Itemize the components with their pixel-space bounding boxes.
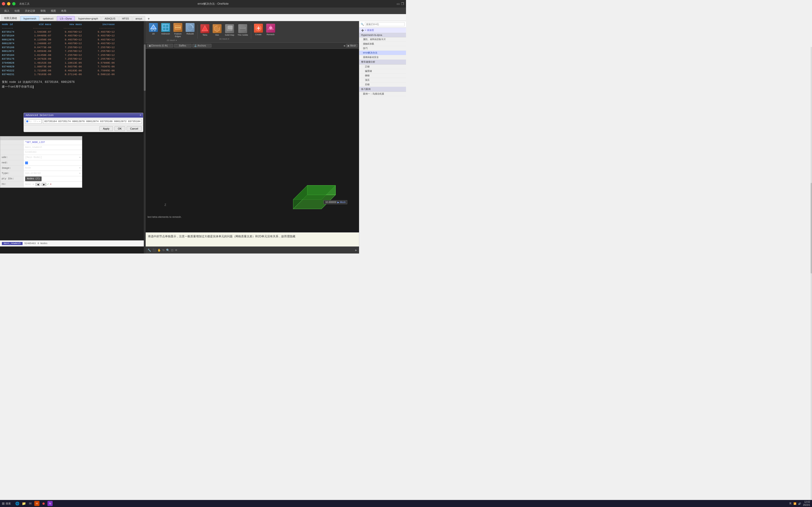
nav-item-roof[interactable]: 顶压	[359, 78, 406, 82]
window-restore-icon[interactable]: ❐	[401, 2, 404, 6]
ribbon-tab-insert[interactable]: 插入	[2, 8, 12, 14]
nav-item-offset[interactable]: 偏置碰	[359, 69, 406, 73]
baffles-more-icon[interactable]: ⋯	[187, 44, 190, 47]
3d-mesh-label[interactable]: 3D Mesh ▾	[219, 38, 230, 40]
ribbon-tab-layout[interactable]: 布局	[59, 8, 68, 14]
viewport[interactable]: Z 10.000000 ▶ Mesh lect tetra elements t…	[146, 49, 359, 232]
by-id-select[interactable]: By ID ▾ ⋯	[25, 119, 42, 124]
nav-tab-ansys[interactable]: ansys	[133, 16, 145, 21]
props-confirm-icon[interactable]: ✓	[47, 182, 49, 187]
scrollbar-left[interactable]	[144, 21, 146, 253]
tetra-svg	[201, 25, 209, 33]
ribbon-tab-review[interactable]: 审阅	[38, 8, 48, 14]
fit-icon[interactable]: ⊡	[171, 248, 173, 252]
tool-thin-solids[interactable]: Thin Solids	[236, 23, 250, 37]
nav-item-tips[interactable]: 技巧	[359, 46, 406, 51]
ribbon-tab-draw[interactable]: 绘图	[12, 8, 22, 14]
options-icon[interactable]: ⋯	[39, 120, 40, 123]
cancel-button[interactable]: Cancel	[126, 126, 142, 131]
props-close-icon[interactable]: ×	[79, 137, 81, 139]
tool-tetra[interactable]: Tetra	[199, 23, 211, 37]
tool-remesh[interactable]: Remesh	[265, 23, 276, 37]
main-layout: node id old mass new mass increase -----…	[0, 21, 406, 253]
nav-item-side[interactable]: 侧碰	[359, 73, 406, 78]
create-svg	[255, 24, 262, 32]
remesh-hint: lect tetra elements to remesh.	[148, 216, 182, 218]
props-next-btn[interactable]: ▶	[42, 183, 46, 186]
tool-feature-edges[interactable]: Feature Edges	[172, 22, 184, 39]
anchors-icon: ⚓	[194, 44, 197, 47]
add-tab-button[interactable]: +	[146, 17, 152, 21]
prop-row-keyword: *SET_NODE_LIST	[0, 140, 82, 145]
nav-item-frontal[interactable]: 正碰	[359, 64, 406, 69]
nav-item-properties[interactable]: 属性、材料&控制卡片	[359, 37, 406, 42]
nav-item-rear[interactable]: 后碰	[359, 82, 406, 87]
tool-rebuild[interactable]: Rebuild	[184, 22, 196, 39]
select-color-icon	[26, 120, 28, 122]
add-page-button[interactable]: ➕ + 添加页	[359, 28, 406, 33]
dropdown-icon[interactable]: ▾	[80, 166, 81, 170]
select-icon[interactable]: ⬛	[152, 248, 156, 252]
elements-button[interactable]: ▣ Elements (6.4k) ⋯	[147, 44, 173, 47]
nav-tab-lsdyna[interactable]: LS—Dyna	[57, 16, 75, 21]
minimize-button[interactable]	[7, 2, 10, 5]
zoom-icon[interactable]: 🔍	[166, 248, 170, 252]
nodes-badge[interactable]: Nodes (7)	[25, 176, 42, 181]
tools-icon[interactable]: 🔧	[148, 248, 151, 252]
section-header-hypermesh[interactable]: Hypermesh+ls-dyna	[359, 33, 406, 37]
tool-solid-map[interactable]: Solid Map	[223, 23, 236, 37]
pan-icon[interactable]: ✋	[157, 248, 161, 252]
rotate-icon[interactable]: ↻	[162, 248, 165, 252]
apply-button[interactable]: Apply	[99, 126, 113, 131]
mesh-button[interactable]: ▶ Mesh	[346, 44, 358, 47]
id-input[interactable]	[43, 119, 142, 124]
tool-midmesh[interactable]: Midmesh	[160, 22, 171, 39]
section-header-exercise[interactable]: 练习案例	[359, 87, 406, 92]
dialog-close-icon[interactable]: ×	[140, 114, 141, 117]
cursor	[33, 86, 33, 89]
nav-tab-hypermesh[interactable]: hypermesh	[20, 16, 39, 21]
nav-tab-abaqus[interactable]: ABAQUS	[101, 16, 118, 21]
ribbon-tab-history[interactable]: 历史记录	[22, 8, 38, 14]
anchors-more-icon[interactable]: ⋯	[207, 44, 210, 47]
ok-button[interactable]: OK	[114, 126, 125, 131]
nav-item-seat[interactable]: 座椅&板动安全	[359, 55, 406, 60]
nav-item-error[interactable]: error解决办法	[359, 51, 406, 55]
dropdown-arrow-icon: ▾	[37, 120, 39, 123]
nav-tab-hfss[interactable]: HFSS	[119, 16, 132, 21]
nav-item-case1[interactable]: 案例一：鸟撞击机翼	[359, 92, 406, 96]
ribbon-tab-view[interactable]: 视图	[48, 8, 58, 14]
view-icon[interactable]: 👁	[175, 248, 177, 252]
2d-mesh-label[interactable]: 2D Mesh ▾	[166, 39, 177, 42]
props-reject-icon[interactable]: ✕	[50, 182, 51, 187]
props-prev-btn[interactable]: ◀	[36, 183, 40, 186]
2d-tools-row: 2D Midmesh	[148, 22, 196, 39]
section-header-crash[interactable]: 整车碰撞分析	[359, 60, 406, 64]
tool-create[interactable]: Create	[253, 23, 264, 37]
baffles-button[interactable]: ⬛ Baffles ⋯	[174, 44, 192, 47]
tool-rebuild-label: Rebuild	[187, 33, 194, 35]
maximize-button[interactable]	[12, 2, 15, 5]
dropdown-icon[interactable]: ▾	[80, 156, 81, 159]
tool-2d[interactable]: 2D	[148, 22, 159, 39]
solid-map-icon	[225, 24, 234, 33]
checkbox-ned[interactable]	[25, 162, 28, 164]
svg-marker-0	[151, 25, 156, 29]
tool-feature-label: Feature Edges	[174, 33, 182, 38]
nav-prev-icon[interactable]: ◀	[343, 44, 345, 47]
elements-more-icon[interactable]: ⋯	[168, 44, 171, 47]
anchors-button[interactable]: ⚓ Anchors ⋯	[192, 44, 211, 47]
close-button[interactable]	[2, 2, 5, 5]
nav-item-contact[interactable]: 接触&加载	[359, 42, 406, 46]
dropdown-icon[interactable]: ▾	[80, 172, 81, 175]
set-label: mass_newmesh	[2, 242, 22, 245]
nav-arrow-icon[interactable]: ▶	[355, 249, 357, 251]
ribbon-toggle-icon[interactable]: ▭	[397, 2, 400, 6]
search-input[interactable]	[365, 22, 405, 26]
props-options-icon[interactable]: ⋯	[33, 182, 34, 186]
nav-tab-fem[interactable]: 有限元基础	[1, 15, 20, 21]
table-row: 937469291.80073E-069.58379E-067.78307E-0…	[2, 65, 144, 69]
tool-hex[interactable]: Hex	[211, 23, 223, 37]
nav-tab-hyperview[interactable]: hyperview+graph	[75, 16, 101, 21]
nav-tab-optistruct[interactable]: optistruct	[40, 16, 56, 21]
